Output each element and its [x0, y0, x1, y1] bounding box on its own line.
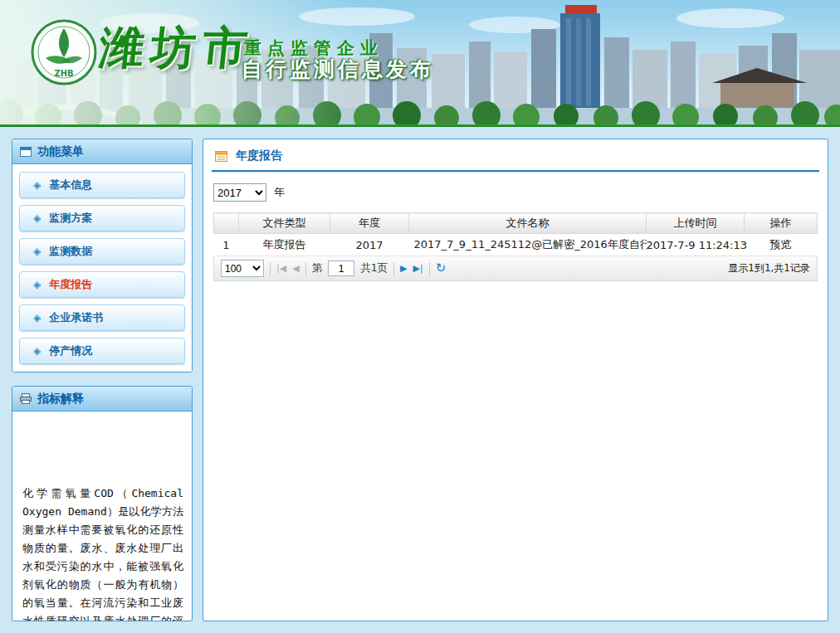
page-content: 功能菜单 ◈ 基本信息 ◈ 监测方案 ◈ 监测数据 ◈ 年度报告: [0, 127, 840, 633]
refresh-icon[interactable]: ↻: [436, 262, 447, 275]
sidebar-item-annual-report[interactable]: ◈ 年度报告: [19, 271, 185, 298]
pagination-bar: 100 |◀ ◀ 第 共1页 ▶ ▶| ↻ 显示1到1,共1记录: [213, 256, 818, 281]
next-page-button[interactable]: ▶: [400, 264, 407, 273]
table-header-row: 文件类型 年度 文件名称 上传时间 操作: [214, 213, 818, 234]
separator: [429, 262, 430, 275]
function-menu-title: 功能菜单: [37, 144, 84, 159]
cell-upload-time: 2017-7-9 11:24:13: [647, 234, 745, 256]
year-select[interactable]: 2017: [213, 183, 266, 202]
cell-file-type: 年度报告: [239, 234, 330, 256]
diamond-icon: ◈: [33, 312, 41, 324]
year-filter-row: 2017 年: [213, 183, 818, 202]
printer-icon: [20, 393, 32, 404]
page-number-input[interactable]: [328, 261, 354, 276]
diamond-icon: ◈: [33, 212, 41, 224]
page-title: 年度报告: [236, 149, 282, 163]
sidebar-item-monitoring-data[interactable]: ◈ 监测数据: [19, 238, 185, 265]
diamond-icon: ◈: [33, 246, 41, 257]
diamond-icon: ◈: [33, 345, 41, 357]
sidebar: 功能菜单 ◈ 基本信息 ◈ 监测方案 ◈ 监测数据 ◈ 年度报告: [12, 139, 193, 621]
sidebar-item-label: 监测方案: [49, 211, 92, 226]
function-menu-header: 功能菜单: [12, 139, 192, 164]
page-prefix-label: 第: [312, 261, 323, 275]
sidebar-item-monitoring-plan[interactable]: ◈ 监测方案: [19, 205, 185, 231]
prev-page-button[interactable]: ◀: [292, 264, 299, 273]
annual-report-header: 年度报告: [203, 139, 828, 170]
records-summary: 显示1到1,共1记录: [728, 261, 810, 275]
function-menu-list: ◈ 基本信息 ◈ 监测方案 ◈ 监测数据 ◈ 年度报告 ◈ 企业承诺书: [12, 164, 192, 372]
header-index: [214, 213, 239, 234]
annual-report-panel: 年度报告 2017 年 文件类型 年度: [203, 139, 828, 621]
page-size-select[interactable]: 100: [221, 260, 264, 277]
sidebar-item-label: 年度报告: [49, 277, 92, 292]
last-page-button[interactable]: ▶|: [413, 264, 423, 273]
separator: [305, 262, 306, 275]
site-title: 潍坊市: [96, 18, 257, 79]
sidebar-item-commitment-letter[interactable]: ◈ 企业承诺书: [19, 304, 185, 331]
total-pages-label: 共1页: [360, 261, 388, 275]
year-suffix-label: 年: [274, 185, 285, 200]
separator: [393, 262, 394, 275]
site-logo: ZHB: [30, 18, 98, 90]
header-banner: ZHB 潍坊市 重点监管企业 自行监测信息发布: [0, 0, 840, 124]
cell-year: 2017: [330, 234, 409, 256]
cell-file-name: 2017_7_9_11_245112@已解密_2016年度自行监测开展情况年: [409, 234, 647, 256]
header-file-type: 文件类型: [239, 213, 330, 234]
header-operation: 操作: [745, 213, 818, 234]
annual-report-content: 2017 年 文件类型 年度 文件名称 上传时间 操作: [203, 173, 828, 292]
site-subtitle-monitoring: 自行监测信息发布: [242, 56, 434, 83]
sidebar-item-label: 停产情况: [49, 343, 92, 358]
indicator-explanation-header: 指标解释: [12, 387, 192, 411]
indicator-explanation-title: 指标解释: [37, 392, 84, 407]
environmental-logo-icon: ZHB: [30, 18, 98, 86]
sidebar-item-basic-info[interactable]: ◈ 基本信息: [19, 172, 185, 198]
header-file-name: 文件名称: [409, 213, 647, 234]
table-row: 1 年度报告 2017 2017_7_9_11_245112@已解密_2016年…: [214, 234, 818, 256]
function-menu-panel: 功能菜单 ◈ 基本信息 ◈ 监测方案 ◈ 监测数据 ◈ 年度报告: [12, 139, 193, 372]
indicator-explanation-text: 化学需氧量COD（Chemical Oxygen Demand）是以化学方法测量…: [12, 411, 192, 621]
header-year: 年度: [330, 213, 409, 234]
diamond-icon: ◈: [33, 179, 41, 191]
first-page-button[interactable]: |◀: [276, 264, 286, 273]
menu-window-icon: [20, 147, 32, 157]
header-upload-time: 上传时间: [647, 213, 745, 234]
preview-link[interactable]: 预览: [745, 234, 818, 256]
annual-report-table: 文件类型 年度 文件名称 上传时间 操作 1 年度报告 2017 2017_7_…: [213, 212, 818, 256]
report-note-icon: [214, 149, 228, 163]
sidebar-item-label: 基本信息: [49, 178, 92, 192]
indicator-explanation-panel: 指标解释 化学需氧量COD（Chemical Oxygen Demand）是以化…: [12, 386, 193, 621]
sidebar-item-production-halt[interactable]: ◈ 停产情况: [19, 338, 185, 364]
sidebar-item-label: 监测数据: [49, 244, 92, 259]
sidebar-item-label: 企业承诺书: [49, 310, 103, 325]
logo-text: ZHB: [54, 69, 73, 78]
separator: [270, 262, 271, 275]
diamond-icon: ◈: [33, 279, 41, 290]
cell-index: 1: [214, 234, 239, 256]
